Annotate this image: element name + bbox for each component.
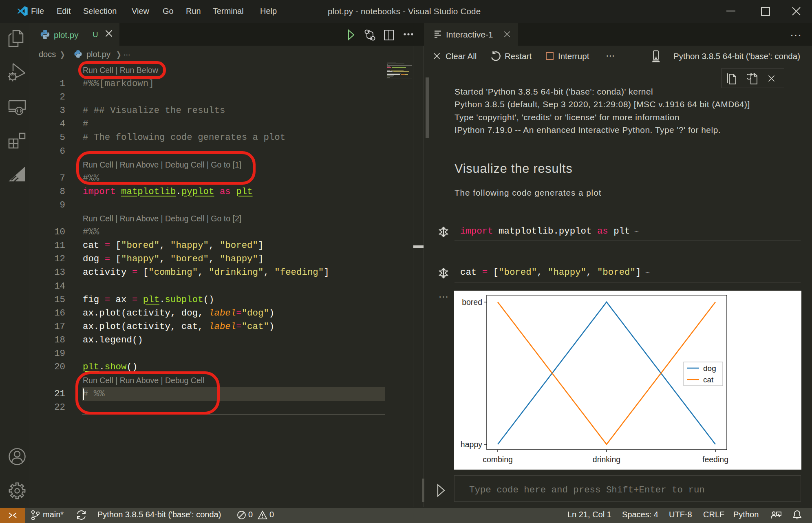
svg-text:drinking: drinking [593, 455, 620, 464]
svg-text:feeding: feeding [702, 455, 728, 464]
svg-text:cat: cat [703, 375, 714, 384]
svg-text:happy: happy [461, 440, 482, 449]
svg-text:dog: dog [703, 364, 716, 373]
svg-text:bored: bored [462, 298, 482, 307]
svg-text:combing: combing [483, 455, 513, 464]
